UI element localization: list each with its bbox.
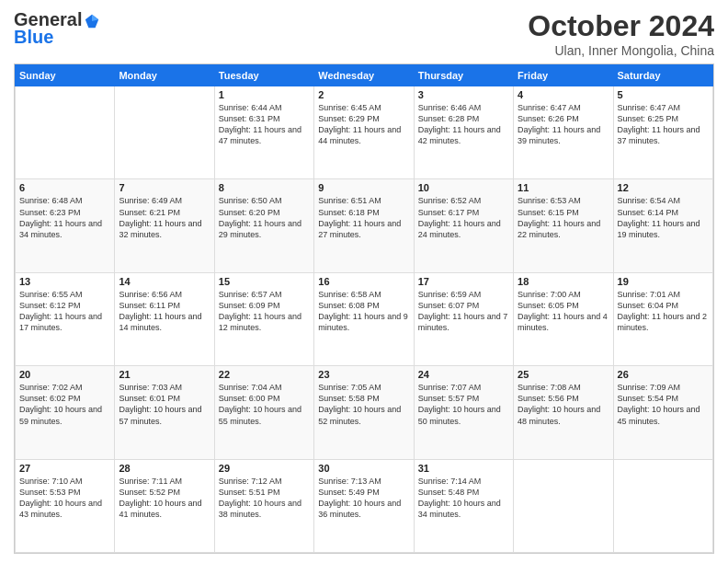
day-info: Sunrise: 6:45 AMSunset: 6:29 PMDaylight:… xyxy=(318,102,409,147)
day-number: 20 xyxy=(19,369,110,380)
day-info: Sunrise: 7:08 AMSunset: 5:56 PMDaylight:… xyxy=(518,382,609,427)
header: General Blue October 2024 Ulan, Inner Mo… xyxy=(14,9,714,58)
calendar-cell: 31Sunrise: 7:14 AMSunset: 5:48 PMDayligh… xyxy=(414,459,513,552)
day-number: 4 xyxy=(518,89,609,100)
day-number: 12 xyxy=(618,182,709,193)
day-info: Sunrise: 6:51 AMSunset: 6:18 PMDaylight:… xyxy=(318,195,409,240)
day-info: Sunrise: 6:57 AMSunset: 6:09 PMDaylight:… xyxy=(219,289,310,334)
calendar-cell: 7Sunrise: 6:49 AMSunset: 6:21 PMDaylight… xyxy=(115,179,214,272)
day-number: 16 xyxy=(318,276,409,287)
day-info: Sunrise: 7:03 AMSunset: 6:01 PMDaylight:… xyxy=(119,382,210,427)
day-info: Sunrise: 7:02 AMSunset: 6:02 PMDaylight:… xyxy=(19,382,110,427)
calendar-cell xyxy=(16,86,115,179)
calendar-cell: 2Sunrise: 6:45 AMSunset: 6:29 PMDaylight… xyxy=(314,86,414,179)
calendar-cell: 15Sunrise: 6:57 AMSunset: 6:09 PMDayligh… xyxy=(214,272,313,365)
day-header-thursday: Thursday xyxy=(414,65,513,86)
day-info: Sunrise: 6:44 AMSunset: 6:31 PMDaylight:… xyxy=(219,102,310,147)
day-number: 26 xyxy=(618,369,709,380)
day-number: 31 xyxy=(418,463,509,474)
calendar-cell: 12Sunrise: 6:54 AMSunset: 6:14 PMDayligh… xyxy=(613,179,712,272)
day-info: Sunrise: 7:01 AMSunset: 6:04 PMDaylight:… xyxy=(618,289,709,334)
day-number: 21 xyxy=(119,369,210,380)
calendar-cell: 16Sunrise: 6:58 AMSunset: 6:08 PMDayligh… xyxy=(314,272,414,365)
day-info: Sunrise: 6:47 AMSunset: 6:25 PMDaylight:… xyxy=(618,102,709,147)
page: General Blue October 2024 Ulan, Inner Mo… xyxy=(0,0,728,563)
day-info: Sunrise: 6:49 AMSunset: 6:21 PMDaylight:… xyxy=(119,195,210,240)
day-header-friday: Friday xyxy=(514,65,613,86)
calendar-cell xyxy=(613,459,712,552)
calendar-cell: 23Sunrise: 7:05 AMSunset: 5:58 PMDayligh… xyxy=(314,366,414,459)
calendar-cell: 18Sunrise: 7:00 AMSunset: 6:05 PMDayligh… xyxy=(514,272,613,365)
day-header-sunday: Sunday xyxy=(16,65,115,86)
day-info: Sunrise: 6:55 AMSunset: 6:12 PMDaylight:… xyxy=(19,289,110,334)
day-number: 2 xyxy=(318,89,409,100)
day-header-saturday: Saturday xyxy=(613,65,712,86)
calendar-cell: 28Sunrise: 7:11 AMSunset: 5:52 PMDayligh… xyxy=(115,459,214,552)
day-info: Sunrise: 7:09 AMSunset: 5:54 PMDaylight:… xyxy=(618,382,709,427)
day-info: Sunrise: 7:04 AMSunset: 6:00 PMDaylight:… xyxy=(219,382,310,427)
calendar-cell: 14Sunrise: 6:56 AMSunset: 6:11 PMDayligh… xyxy=(115,272,214,365)
day-number: 5 xyxy=(618,89,709,100)
calendar-cell: 3Sunrise: 6:46 AMSunset: 6:28 PMDaylight… xyxy=(414,86,513,179)
day-number: 8 xyxy=(219,182,310,193)
calendar-cell xyxy=(514,459,613,552)
day-number: 13 xyxy=(19,276,110,287)
day-number: 27 xyxy=(19,463,110,474)
calendar-cell: 27Sunrise: 7:10 AMSunset: 5:53 PMDayligh… xyxy=(16,459,115,552)
logo: General Blue xyxy=(14,9,100,48)
day-number: 29 xyxy=(219,463,310,474)
title-area: October 2024 Ulan, Inner Mongolia, China xyxy=(528,9,714,58)
calendar-cell: 21Sunrise: 7:03 AMSunset: 6:01 PMDayligh… xyxy=(115,366,214,459)
day-number: 7 xyxy=(119,182,210,193)
day-number: 10 xyxy=(418,182,509,193)
calendar-cell: 20Sunrise: 7:02 AMSunset: 6:02 PMDayligh… xyxy=(16,366,115,459)
day-number: 25 xyxy=(518,369,609,380)
day-info: Sunrise: 7:12 AMSunset: 5:51 PMDaylight:… xyxy=(219,476,310,521)
day-number: 22 xyxy=(219,369,310,380)
day-info: Sunrise: 7:13 AMSunset: 5:49 PMDaylight:… xyxy=(318,476,409,521)
day-info: Sunrise: 6:48 AMSunset: 6:23 PMDaylight:… xyxy=(19,195,110,240)
day-number: 24 xyxy=(418,369,509,380)
calendar: SundayMondayTuesdayWednesdayThursdayFrid… xyxy=(14,63,714,554)
day-number: 28 xyxy=(119,463,210,474)
day-info: Sunrise: 6:47 AMSunset: 6:26 PMDaylight:… xyxy=(518,102,609,147)
calendar-cell: 13Sunrise: 6:55 AMSunset: 6:12 PMDayligh… xyxy=(16,272,115,365)
day-info: Sunrise: 6:58 AMSunset: 6:08 PMDaylight:… xyxy=(318,289,409,334)
calendar-cell: 30Sunrise: 7:13 AMSunset: 5:49 PMDayligh… xyxy=(314,459,414,552)
calendar-cell: 9Sunrise: 6:51 AMSunset: 6:18 PMDaylight… xyxy=(314,179,414,272)
day-header-monday: Monday xyxy=(115,65,214,86)
day-number: 19 xyxy=(618,276,709,287)
calendar-cell: 25Sunrise: 7:08 AMSunset: 5:56 PMDayligh… xyxy=(514,366,613,459)
day-info: Sunrise: 7:10 AMSunset: 5:53 PMDaylight:… xyxy=(19,476,110,521)
page-title: October 2024 xyxy=(528,9,714,43)
day-number: 3 xyxy=(418,89,509,100)
day-info: Sunrise: 7:00 AMSunset: 6:05 PMDaylight:… xyxy=(518,289,609,334)
calendar-cell: 10Sunrise: 6:52 AMSunset: 6:17 PMDayligh… xyxy=(414,179,513,272)
day-info: Sunrise: 6:50 AMSunset: 6:20 PMDaylight:… xyxy=(219,195,310,240)
day-info: Sunrise: 6:54 AMSunset: 6:14 PMDaylight:… xyxy=(618,195,709,240)
day-number: 18 xyxy=(518,276,609,287)
calendar-cell: 4Sunrise: 6:47 AMSunset: 6:26 PMDaylight… xyxy=(514,86,613,179)
day-info: Sunrise: 7:07 AMSunset: 5:57 PMDaylight:… xyxy=(418,382,509,427)
day-info: Sunrise: 6:46 AMSunset: 6:28 PMDaylight:… xyxy=(418,102,509,147)
day-number: 15 xyxy=(219,276,310,287)
calendar-cell: 24Sunrise: 7:07 AMSunset: 5:57 PMDayligh… xyxy=(414,366,513,459)
day-info: Sunrise: 7:11 AMSunset: 5:52 PMDaylight:… xyxy=(119,476,210,521)
day-number: 1 xyxy=(219,89,310,100)
day-header-tuesday: Tuesday xyxy=(214,65,313,86)
day-number: 30 xyxy=(318,463,409,474)
calendar-cell: 8Sunrise: 6:50 AMSunset: 6:20 PMDaylight… xyxy=(214,179,313,272)
day-number: 6 xyxy=(19,182,110,193)
day-number: 23 xyxy=(318,369,409,380)
calendar-cell: 6Sunrise: 6:48 AMSunset: 6:23 PMDaylight… xyxy=(16,179,115,272)
day-info: Sunrise: 6:53 AMSunset: 6:15 PMDaylight:… xyxy=(518,195,609,240)
day-info: Sunrise: 6:59 AMSunset: 6:07 PMDaylight:… xyxy=(418,289,509,334)
calendar-cell: 22Sunrise: 7:04 AMSunset: 6:00 PMDayligh… xyxy=(214,366,313,459)
calendar-cell: 19Sunrise: 7:01 AMSunset: 6:04 PMDayligh… xyxy=(613,272,712,365)
day-number: 14 xyxy=(119,276,210,287)
day-number: 11 xyxy=(518,182,609,193)
calendar-cell: 5Sunrise: 6:47 AMSunset: 6:25 PMDaylight… xyxy=(613,86,712,179)
day-info: Sunrise: 7:14 AMSunset: 5:48 PMDaylight:… xyxy=(418,476,509,521)
calendar-cell: 29Sunrise: 7:12 AMSunset: 5:51 PMDayligh… xyxy=(214,459,313,552)
calendar-cell: 1Sunrise: 6:44 AMSunset: 6:31 PMDaylight… xyxy=(214,86,313,179)
